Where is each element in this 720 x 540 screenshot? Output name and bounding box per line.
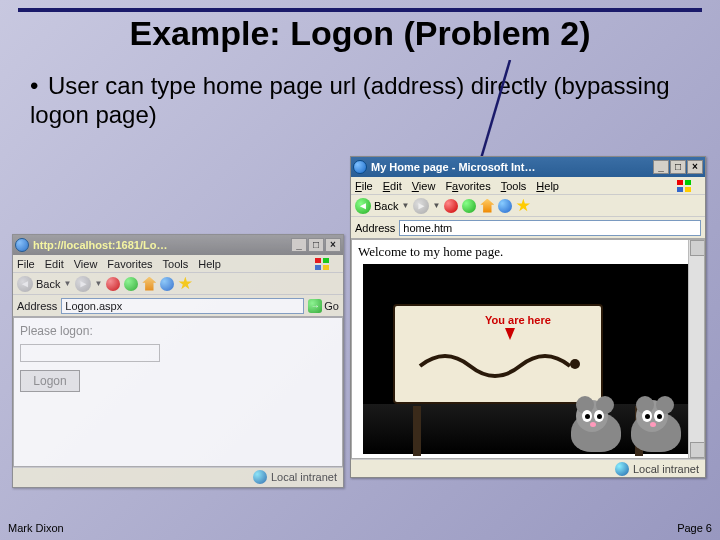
welcome-text: Welcome to my home page. — [352, 240, 704, 264]
close-button[interactable]: × — [325, 238, 341, 252]
windows-flag-icon — [315, 258, 329, 270]
refresh-icon[interactable] — [462, 199, 476, 213]
zone-icon — [615, 462, 629, 476]
menubar: File Edit View Favorites Tools Help — [351, 177, 705, 195]
address-input[interactable]: Logon.aspx — [61, 298, 304, 314]
menu-file[interactable]: File — [355, 180, 373, 192]
forward-button[interactable]: ►▼ — [413, 198, 440, 214]
footer-author: Mark Dixon — [8, 522, 64, 534]
menu-tools[interactable]: Tools — [163, 258, 189, 270]
menu-edit[interactable]: Edit — [45, 258, 64, 270]
titlebar[interactable]: My Home page - Microsoft Int… _ □ × — [351, 157, 705, 177]
menu-edit[interactable]: Edit — [383, 180, 402, 192]
menu-help[interactable]: Help — [536, 180, 559, 192]
status-text: Local intranet — [271, 471, 337, 483]
toolbar: ◄Back▼ ►▼ — [351, 195, 705, 217]
you-are-here-label: You are here — [485, 314, 551, 326]
menu-view[interactable]: View — [74, 258, 98, 270]
bullet-text: •User can type home page url (address) d… — [30, 72, 700, 130]
maximize-button[interactable]: □ — [670, 160, 686, 174]
title-rule — [18, 8, 702, 12]
address-label: Address — [17, 300, 57, 312]
menu-tools[interactable]: Tools — [501, 180, 527, 192]
close-button[interactable]: × — [687, 160, 703, 174]
windows-flag-icon — [677, 180, 691, 192]
home-icon[interactable] — [142, 277, 156, 291]
page-content: Welcome to my home page. You are here — [351, 239, 705, 459]
go-button[interactable]: →Go — [308, 299, 339, 313]
favorites-icon[interactable] — [516, 199, 530, 213]
logon-button[interactable]: Logon — [20, 370, 80, 392]
menu-file[interactable]: File — [17, 258, 35, 270]
search-icon[interactable] — [498, 199, 512, 213]
window-title: My Home page - Microsoft Int… — [371, 161, 535, 173]
statusbar: Local intranet — [13, 467, 343, 485]
menu-favorites[interactable]: Favorites — [445, 180, 490, 192]
address-input[interactable]: home.htm — [399, 220, 701, 236]
logon-prompt: Please logon: — [20, 324, 336, 338]
snake-drawing — [415, 341, 585, 391]
back-button[interactable]: ◄Back▼ — [355, 198, 409, 214]
titlebar[interactable]: http://localhost:1681/Lo… _ □ × — [13, 235, 343, 255]
status-text: Local intranet — [633, 463, 699, 475]
stop-icon[interactable] — [444, 199, 458, 213]
logon-input[interactable] — [20, 344, 160, 362]
vertical-scrollbar[interactable] — [688, 240, 704, 458]
ie-icon — [353, 160, 367, 174]
menubar: File Edit View Favorites Tools Help — [13, 255, 343, 273]
zone-icon — [253, 470, 267, 484]
search-icon[interactable] — [160, 277, 174, 291]
address-bar: Address home.htm — [351, 217, 705, 239]
address-label: Address — [355, 222, 395, 234]
maximize-button[interactable]: □ — [308, 238, 324, 252]
browser-window-home: My Home page - Microsoft Int… _ □ × File… — [350, 156, 706, 478]
mouse-character — [571, 382, 631, 452]
you-are-here-arrow-icon — [505, 328, 515, 340]
statusbar: Local intranet — [351, 459, 705, 477]
stop-icon[interactable] — [106, 277, 120, 291]
menu-favorites[interactable]: Favorites — [107, 258, 152, 270]
page-content: Please logon: Logon — [13, 317, 343, 467]
mouse-character — [631, 382, 691, 452]
menu-view[interactable]: View — [412, 180, 436, 192]
address-bar: Address Logon.aspx →Go — [13, 295, 343, 317]
forward-button[interactable]: ►▼ — [75, 276, 102, 292]
menu-help[interactable]: Help — [198, 258, 221, 270]
browser-window-logon: http://localhost:1681/Lo… _ □ × File Edi… — [12, 234, 344, 488]
minimize-button[interactable]: _ — [291, 238, 307, 252]
slide-title: Example: Logon (Problem 2) — [0, 14, 720, 53]
svg-point-2 — [570, 359, 580, 369]
bullet-dot: • — [30, 72, 48, 101]
window-title: http://localhost:1681/Lo… — [33, 239, 167, 251]
footer-page: Page 6 — [677, 522, 712, 534]
toolbar: ◄Back▼ ►▼ — [13, 273, 343, 295]
favorites-icon[interactable] — [178, 277, 192, 291]
home-icon[interactable] — [480, 199, 494, 213]
home-image: You are here — [363, 264, 693, 454]
minimize-button[interactable]: _ — [653, 160, 669, 174]
back-button[interactable]: ◄Back▼ — [17, 276, 71, 292]
refresh-icon[interactable] — [124, 277, 138, 291]
ie-icon — [15, 238, 29, 252]
bullet-content: User can type home page url (address) di… — [30, 72, 670, 128]
